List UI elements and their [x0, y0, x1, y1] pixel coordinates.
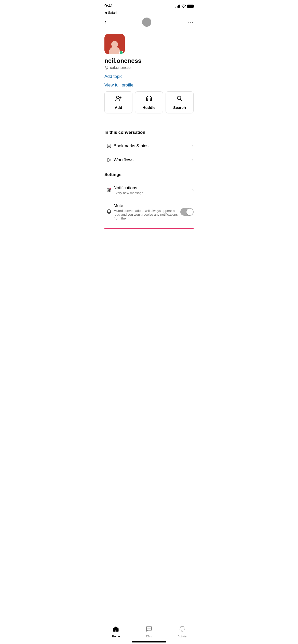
search-icon: [176, 95, 183, 103]
conversation-section-title: In this conversation: [104, 130, 194, 135]
more-button[interactable]: ···: [187, 19, 194, 25]
bookmarks-pins-label: Bookmarks & pins: [114, 143, 192, 149]
status-bar: 9:41: [99, 0, 199, 11]
add-topic-link[interactable]: Add topic: [104, 74, 194, 79]
huddle-button[interactable]: Huddle: [135, 91, 163, 113]
add-button[interactable]: Add: [104, 91, 132, 113]
mute-toggle[interactable]: [180, 208, 194, 216]
huddle-button-label: Huddle: [143, 105, 156, 110]
mute-title: Mute: [114, 203, 180, 208]
signal-icon: [175, 5, 180, 8]
notifications-item[interactable]: Notifications Every new message ›: [104, 181, 194, 199]
avatar-body: [109, 47, 120, 54]
mute-content: Mute Muted conversations will always app…: [114, 203, 180, 220]
nav-bar: ‹ ···: [99, 16, 199, 30]
svg-rect-8: [107, 189, 110, 192]
notifications-subtitle: Every new message: [114, 191, 192, 195]
search-button-label: Search: [173, 105, 186, 110]
settings-section-title: Settings: [104, 172, 194, 177]
svg-line-6: [181, 99, 182, 101]
view-full-profile-link[interactable]: View full profile: [104, 83, 194, 88]
svg-point-0: [116, 96, 119, 99]
status-time: 9:41: [104, 4, 113, 9]
avatar-container: [104, 34, 125, 54]
notifications-chevron: ›: [192, 188, 194, 193]
chevron-right-icon-2: ›: [192, 158, 194, 162]
conversation-section: In this conversation Bookmarks & pins › …: [99, 125, 199, 167]
status-icons: [175, 5, 194, 8]
workflows-item[interactable]: Workflows ›: [104, 153, 194, 167]
chevron-right-icon: ›: [192, 144, 194, 148]
back-button[interactable]: ‹: [104, 19, 106, 25]
svg-rect-4: [150, 99, 152, 101]
mute-item: Mute Muted conversations will always app…: [104, 199, 194, 224]
mute-subtitle: Muted conversations will always appear a…: [114, 209, 180, 220]
add-button-label: Add: [115, 105, 122, 110]
safari-back: ◀ Safari: [99, 11, 199, 16]
wifi-icon: [182, 5, 186, 8]
nav-avatar: [142, 18, 151, 27]
toggle-knob: [186, 209, 193, 215]
avatar-head: [111, 41, 118, 48]
online-badge: [119, 51, 123, 55]
search-button[interactable]: Search: [166, 91, 194, 113]
headphones-icon: [146, 95, 152, 103]
bookmark-icon: [104, 143, 114, 149]
svg-point-11: [110, 188, 111, 189]
profile-name: neil.oneness: [104, 57, 194, 64]
profile-section: neil.oneness @neil.oneness Add topic Vie…: [99, 30, 199, 125]
svg-marker-7: [108, 158, 111, 162]
bell-icon: [104, 209, 114, 215]
notifications-content: Notifications Every new message: [114, 185, 192, 195]
battery-icon: [187, 5, 194, 8]
svg-rect-3: [146, 99, 148, 101]
notification-icon: [104, 187, 114, 193]
bookmarks-pins-item[interactable]: Bookmarks & pins ›: [104, 139, 194, 153]
notifications-title: Notifications: [114, 185, 192, 191]
settings-section: Settings Notifications Every new message…: [99, 167, 199, 229]
profile-handle: @neil.oneness: [104, 65, 194, 70]
action-buttons: Add Huddle Search: [104, 91, 194, 113]
play-icon: [104, 157, 114, 163]
add-person-icon: [115, 95, 122, 103]
workflows-label: Workflows: [114, 157, 192, 163]
